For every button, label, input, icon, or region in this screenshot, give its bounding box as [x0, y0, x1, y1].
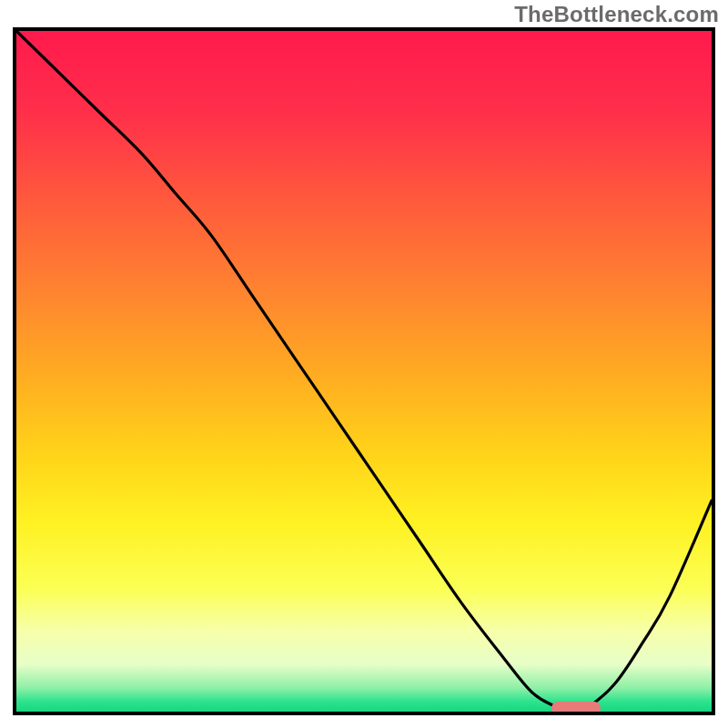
chart-container: TheBottleneck.com — [0, 0, 728, 728]
optimal-range-marker — [551, 702, 601, 714]
chart-frame — [13, 27, 715, 715]
watermark-label: TheBottleneck.com — [514, 2, 719, 27]
bottleneck-chart — [16, 31, 712, 712]
